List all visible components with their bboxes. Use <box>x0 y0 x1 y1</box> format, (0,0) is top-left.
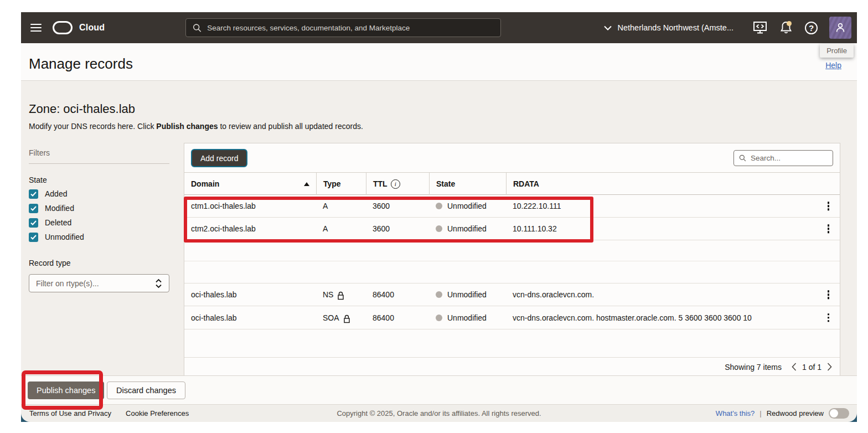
state-checkbox-modified[interactable]: Modified <box>29 203 169 213</box>
question-mark-icon: ? <box>805 22 818 34</box>
cell-rdata: 10.222.10.111 <box>506 202 840 210</box>
page-header: Manage records Help <box>21 43 857 81</box>
lock-icon <box>343 315 350 323</box>
publish-changes-button[interactable]: Publish changes <box>28 382 104 399</box>
cell-ttl: 86400 <box>366 313 429 322</box>
cell-domain: ctm1.oci-thales.lab <box>184 202 316 210</box>
state-label: Unmodified <box>447 290 487 299</box>
sort-ascending-icon[interactable] <box>304 182 309 186</box>
cell-ttl: 3600 <box>366 202 429 210</box>
redwood-preview-toggle[interactable] <box>829 408 849 419</box>
cell-state: Unmodified <box>429 224 506 233</box>
brand-label: Cloud <box>79 23 105 33</box>
table-row-ctm1: ctm1.oci-thales.lab A 3600 Unmodified 10… <box>184 195 840 218</box>
record-type-select[interactable]: Filter on rtype(s)... <box>29 274 169 292</box>
empty-table-gap <box>184 240 840 261</box>
state-checkbox-unmodified[interactable]: Unmodified <box>29 232 169 242</box>
type-label: NS <box>323 290 333 299</box>
discard-changes-button[interactable]: Discard changes <box>107 382 185 399</box>
previous-page-icon[interactable] <box>792 363 797 371</box>
row-actions-kebab-menu[interactable] <box>821 223 831 235</box>
bell-icon <box>779 20 793 35</box>
cell-domain: oci-thales.lab <box>184 290 316 299</box>
profile-avatar-button[interactable] <box>829 17 851 39</box>
help-button[interactable]: ? <box>805 22 818 34</box>
redwood-preview-label: Redwood preview <box>767 409 824 417</box>
ttl-info-icon[interactable]: i <box>391 179 400 189</box>
table-footer: Showing 7 items 1 of 1 <box>184 358 840 376</box>
add-record-button[interactable]: Add record <box>191 149 247 167</box>
row-actions-kebab-menu[interactable] <box>821 288 831 301</box>
column-header-ttl: TTLi <box>366 173 429 195</box>
filters-divider <box>29 163 169 164</box>
column-label: TTL <box>373 179 388 188</box>
oracle-logo-icon <box>53 21 73 34</box>
help-link[interactable]: Help <box>825 61 841 70</box>
state-label: Unmodified <box>447 224 487 233</box>
whats-this-link[interactable]: What's this? <box>716 409 755 417</box>
top-navigation-bar: Cloud Netherlands Northwest (Amste... <box>21 12 857 43</box>
cell-rdata: vcn-dns.oraclevcn.com. hostmaster.oracle… <box>506 313 840 322</box>
oracle-cloud-logo[interactable]: Cloud <box>53 21 105 34</box>
cell-rdata: 10.111.10.32 <box>506 224 840 233</box>
column-label: RDATA <box>513 179 539 188</box>
checkbox-label: Unmodified <box>45 233 84 241</box>
oci-console-window: Cloud Netherlands Northwest (Amste... <box>21 12 857 422</box>
state-checkbox-added[interactable]: Added <box>29 189 169 199</box>
column-label: Type <box>323 179 341 188</box>
table-search-box[interactable] <box>733 150 833 166</box>
global-search-bar[interactable] <box>185 18 501 37</box>
table-row-ns: oci-thales.lab NS 86400 Unmodified vcn-d… <box>184 283 840 306</box>
column-label: Domain <box>191 179 219 188</box>
cell-type: SOA <box>316 312 366 323</box>
person-icon <box>834 22 846 34</box>
cloud-shell-button[interactable] <box>753 21 767 34</box>
row-actions-kebab-menu[interactable] <box>821 200 831 212</box>
column-header-type: Type <box>316 173 366 195</box>
checkbox-label: Added <box>45 189 67 198</box>
next-page-icon[interactable] <box>827 363 832 371</box>
table-header-row: Domain Type TTLi State RDATA <box>184 173 840 195</box>
footer-links: Terms of Use and Privacy Cookie Preferen… <box>29 409 189 417</box>
cell-state: Unmodified <box>429 202 506 210</box>
footer-bar: Terms of Use and Privacy Cookie Preferen… <box>21 404 857 422</box>
cell-ttl: 3600 <box>366 224 429 233</box>
checkbox-checked-icon <box>29 204 38 213</box>
table-toolbar: Add record <box>184 143 840 173</box>
cookie-preferences-link[interactable]: Cookie Preferences <box>126 409 189 417</box>
type-label: SOA <box>323 313 339 322</box>
state-checkbox-deleted[interactable]: Deleted <box>29 218 169 228</box>
column-header-state: State <box>429 173 506 195</box>
page-title: Manage records <box>29 55 133 73</box>
region-selector[interactable]: Netherlands Northwest (Amste... <box>604 23 733 32</box>
footer-right: What's this? | Redwood preview <box>716 408 849 419</box>
cell-ttl: 86400 <box>366 290 429 299</box>
unmodified-dot-icon <box>436 315 442 321</box>
global-search-input[interactable] <box>207 24 494 32</box>
zone-description-bold: Publish changes <box>156 122 218 131</box>
cell-state: Unmodified <box>429 313 506 322</box>
action-bar: Publish changes Discard changes <box>21 375 857 404</box>
column-header-domain[interactable]: Domain <box>184 173 316 195</box>
state-filter-label: State <box>29 176 169 184</box>
zone-description-prefix: Modify your DNS records here. Click <box>29 122 156 131</box>
checkbox-checked-icon <box>29 218 38 228</box>
toggle-knob <box>830 409 838 417</box>
cell-type: A <box>316 202 366 210</box>
main-content: Zone: oci-thales.lab Modify your DNS rec… <box>21 81 857 375</box>
empty-table-gap <box>184 261 840 283</box>
search-icon <box>739 154 746 162</box>
unmodified-dot-icon <box>436 291 442 298</box>
zone-description: Modify your DNS records here. Click Publ… <box>29 122 363 131</box>
cell-domain: oci-thales.lab <box>184 313 316 322</box>
table-search-input[interactable] <box>751 154 828 162</box>
hamburger-menu-icon[interactable] <box>30 24 42 32</box>
row-actions-kebab-menu[interactable] <box>821 312 831 324</box>
terms-link[interactable]: Terms of Use and Privacy <box>29 409 111 417</box>
notification-badge <box>787 21 792 26</box>
search-icon <box>193 23 202 33</box>
topbar-actions: Netherlands Northwest (Amste... <box>604 12 851 43</box>
pagination: 1 of 1 <box>792 363 832 372</box>
empty-table-row <box>184 329 840 358</box>
notifications-button[interactable] <box>779 20 793 35</box>
